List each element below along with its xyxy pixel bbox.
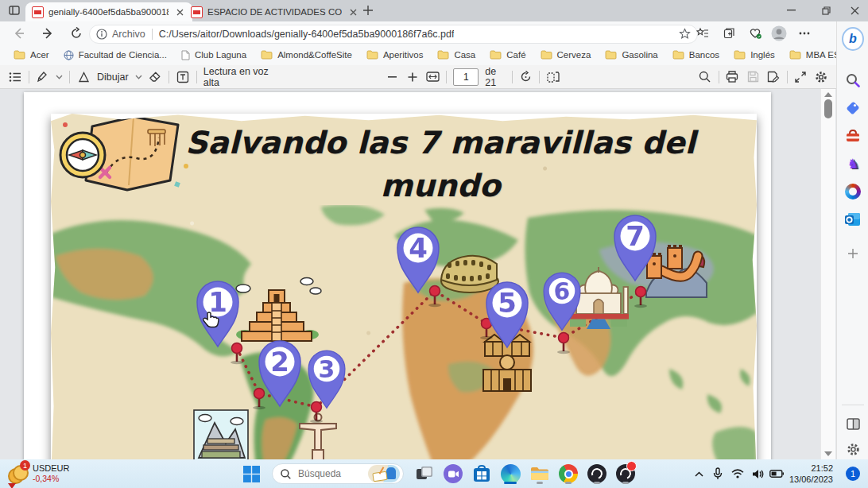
- shopping-tag-icon[interactable]: [842, 97, 864, 119]
- sidebar-search-icon[interactable]: [842, 69, 864, 91]
- bookmark-item[interactable]: Aperitivos: [361, 48, 429, 61]
- bookmark-item[interactable]: Bancos: [667, 48, 725, 61]
- svg-text:1: 1: [208, 286, 227, 318]
- pdf-scrollbar[interactable]: [820, 89, 835, 459]
- scroll-down-icon[interactable]: [824, 451, 832, 456]
- widget-badge: 1: [20, 460, 30, 471]
- search-icon[interactable]: [698, 68, 712, 86]
- tray-chevron-up-icon[interactable]: [690, 463, 707, 485]
- print-icon[interactable]: [725, 68, 739, 86]
- page-icon: [181, 50, 190, 60]
- folder-icon: [734, 50, 746, 60]
- bookmark-item[interactable]: Almond&CoffeSite: [255, 48, 358, 61]
- pdf-viewport[interactable]: Salvando las 7 maravillas del mundo: [0, 89, 836, 459]
- games-icon[interactable]: ♞: [842, 153, 864, 175]
- sidebar-add-icon[interactable]: [842, 242, 864, 265]
- bookmark-label: Almond&CoffeSite: [277, 50, 352, 60]
- bookmark-label: Gasolina: [622, 50, 657, 60]
- running-indicator: [594, 482, 600, 484]
- collections-icon[interactable]: [720, 24, 739, 43]
- bing-discover-icon[interactable]: b: [842, 28, 864, 50]
- taskbar-search[interactable]: [272, 463, 404, 484]
- machu-picchu-icon: [194, 410, 248, 459]
- draw-label[interactable]: Dibujar: [97, 72, 129, 83]
- bookmark-item[interactable]: Gasolina: [599, 48, 663, 61]
- obs-icon[interactable]: [586, 463, 608, 485]
- page-view-icon[interactable]: [546, 68, 560, 86]
- tab-actions-icon[interactable]: [8, 4, 21, 17]
- highlighter-icon[interactable]: [36, 68, 50, 86]
- draw-icon[interactable]: [76, 68, 91, 86]
- microsoft365-icon[interactable]: [842, 180, 864, 203]
- task-view-icon[interactable]: [413, 463, 436, 485]
- back-icon[interactable]: [10, 24, 29, 43]
- fullscreen-icon[interactable]: [794, 68, 808, 86]
- chevron-down-icon[interactable]: [56, 75, 63, 79]
- battery-icon[interactable]: [766, 463, 787, 485]
- tools-basket-icon[interactable]: [842, 125, 864, 147]
- favorite-star-icon[interactable]: [679, 28, 691, 40]
- svg-text:3: 3: [319, 355, 335, 383]
- microsoft-store-icon[interactable]: [471, 463, 493, 485]
- running-indicator: [565, 482, 572, 484]
- sidebar-settings-gear-icon[interactable]: [842, 438, 864, 460]
- fit-to-width-icon[interactable]: [426, 68, 440, 86]
- tab-active[interactable]: genially-6400ef5da5ba9000186f: [25, 2, 192, 21]
- tab-inactive[interactable]: ESPACIO DE ACTIVIDADES CON: [184, 2, 366, 21]
- refresh-icon[interactable]: [67, 24, 86, 43]
- wifi-icon[interactable]: [728, 463, 747, 485]
- start-button[interactable]: [240, 463, 262, 485]
- read-aloud-button[interactable]: Lectura en voz alta: [203, 66, 271, 88]
- alert-badge: [626, 461, 637, 471]
- table-of-contents-icon[interactable]: [8, 68, 22, 86]
- restore-button[interactable]: [812, 0, 839, 21]
- minimize-button[interactable]: [777, 0, 804, 21]
- scrollbar-thumb[interactable]: [824, 99, 832, 118]
- microphone-icon[interactable]: [709, 463, 727, 485]
- folder-icon: [605, 50, 617, 60]
- speaker-icon[interactable]: [748, 463, 767, 485]
- search-highlight-image[interactable]: [368, 465, 400, 482]
- bookmark-item[interactable]: Facultad de Ciencia...: [58, 48, 172, 62]
- chrome-icon[interactable]: [557, 463, 579, 485]
- clock[interactable]: 21:52 13/06/2023: [789, 463, 833, 485]
- bookmark-item[interactable]: Cerveza: [535, 48, 597, 61]
- chevron-down-icon[interactable]: [135, 75, 142, 79]
- edge-browser-icon[interactable]: [499, 463, 521, 485]
- new-tab-button[interactable]: [362, 5, 374, 16]
- sidebar-panel-icon[interactable]: [842, 412, 864, 435]
- save-as-icon[interactable]: [766, 68, 781, 86]
- add-text-icon[interactable]: [176, 68, 190, 86]
- more-menu-icon[interactable]: [795, 24, 814, 43]
- eraser-icon[interactable]: [149, 68, 163, 86]
- taskbar-widget[interactable]: 1 USDEUR -0,34%: [6, 462, 118, 486]
- close-window-icon[interactable]: [841, 0, 868, 21]
- favorites-icon[interactable]: [693, 24, 712, 43]
- bookmark-item[interactable]: Acer: [8, 48, 55, 61]
- notification-badge[interactable]: 1: [846, 467, 860, 481]
- profile-avatar[interactable]: [769, 24, 789, 43]
- save-icon[interactable]: [746, 68, 760, 86]
- bookmark-item[interactable]: Club Laguna: [176, 48, 252, 62]
- settings-gear-icon[interactable]: [814, 68, 828, 86]
- map-pin-3[interactable]: 3: [308, 351, 345, 408]
- rotate-icon[interactable]: [518, 68, 533, 86]
- forward-icon[interactable]: [38, 24, 57, 43]
- divider: [152, 29, 153, 40]
- zoom-in-icon[interactable]: [405, 68, 420, 86]
- obs-recording-icon[interactable]: [614, 463, 637, 485]
- address-bar[interactable]: Archivo C:/Users/aitor/Downloads/geniall…: [89, 25, 698, 44]
- taskbar-search-input[interactable]: [296, 467, 368, 480]
- file-explorer-icon[interactable]: [529, 463, 551, 485]
- scroll-up-icon[interactable]: [824, 92, 832, 97]
- zoom-out-icon[interactable]: [385, 68, 399, 86]
- bookmark-item[interactable]: Inglés: [728, 48, 781, 61]
- bookmark-item[interactable]: Casa: [432, 48, 481, 61]
- map-poster: Salvando las 7 maravillas del mundo: [51, 114, 757, 459]
- bookmark-item[interactable]: Café: [484, 48, 531, 61]
- tab-close-icon[interactable]: [347, 6, 359, 18]
- browser-essentials-icon[interactable]: [746, 24, 765, 43]
- page-number-input[interactable]: [453, 68, 479, 86]
- video-app-icon[interactable]: [442, 463, 464, 485]
- outlook-icon[interactable]: [842, 208, 864, 230]
